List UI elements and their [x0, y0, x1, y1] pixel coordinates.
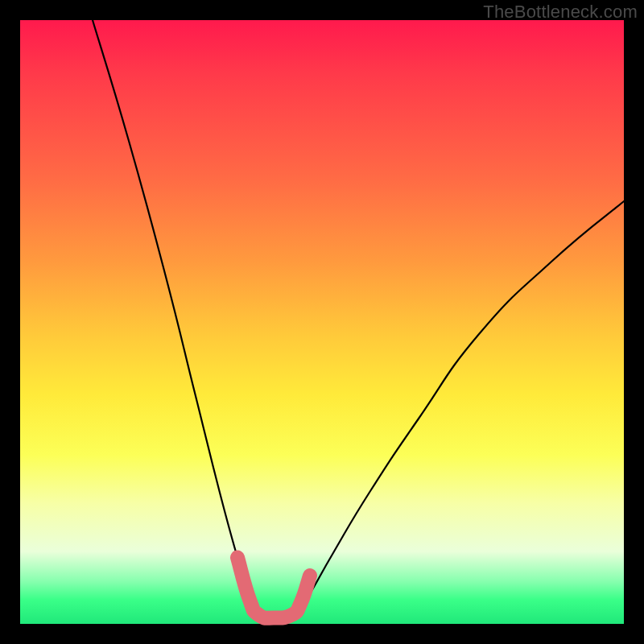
series-right-curve [298, 201, 624, 612]
watermark-text: TheBottleneck.com [483, 2, 638, 23]
series-left-curve [93, 20, 258, 612]
chart-svg [20, 20, 624, 624]
chart-frame: TheBottleneck.com [0, 0, 644, 644]
series-valley-highlight [237, 558, 310, 618]
